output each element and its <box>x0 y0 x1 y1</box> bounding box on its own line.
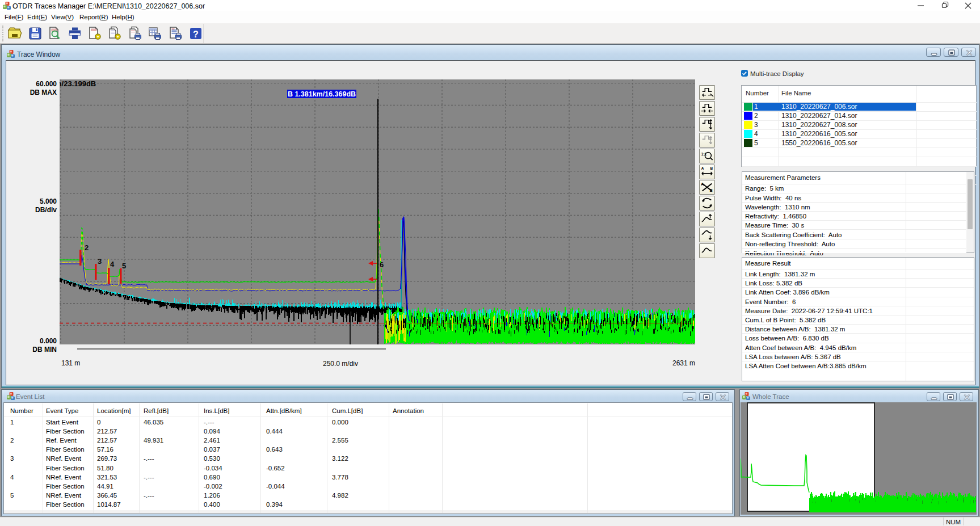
svg-text:B: B <box>710 166 713 170</box>
svg-text:?: ? <box>193 30 199 39</box>
svg-text:A: A <box>701 166 704 170</box>
svg-text:B 1.381km/16.369dB: B 1.381km/16.369dB <box>288 90 356 98</box>
svg-text:5: 5 <box>122 262 126 270</box>
svg-text:4: 4 <box>110 260 115 268</box>
svg-text:m/23.199dB: m/23.199dB <box>60 79 96 88</box>
svg-text:2: 2 <box>85 243 89 252</box>
svg-text:6: 6 <box>380 260 384 269</box>
svg-text:3: 3 <box>98 257 102 266</box>
